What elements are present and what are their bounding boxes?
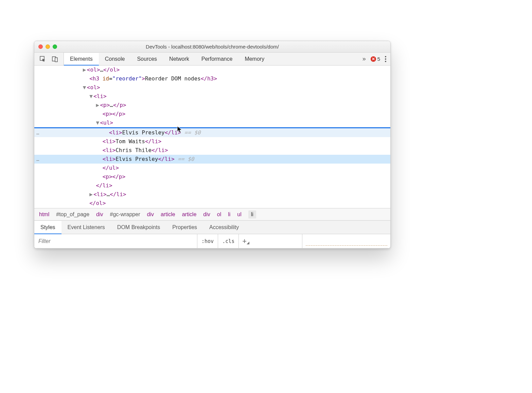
dom-node[interactable]: ▶<li>…</li> xyxy=(34,190,390,199)
tab-memory[interactable]: Memory xyxy=(238,53,270,65)
dom-node[interactable]: … <li>Elvis Presley</li> == $0 xyxy=(34,155,390,164)
dom-node[interactable]: <li>Chris Thile</li> xyxy=(34,146,390,155)
expand-arrow-icon[interactable]: ▶ xyxy=(89,190,93,199)
breadcrumb-item[interactable]: ol xyxy=(217,211,221,218)
dom-node[interactable]: <p></p> xyxy=(34,110,390,118)
window-controls xyxy=(38,44,57,49)
titlebar: DevTools - localhost:8080/web/tools/chro… xyxy=(34,41,390,53)
inspect-element-icon[interactable] xyxy=(39,55,47,63)
breadcrumb-item[interactable]: #top_of_page xyxy=(56,211,89,218)
sidebar-tabs: Styles Event Listeners DOM Breakpoints P… xyxy=(34,221,390,234)
tab-performance[interactable]: Performance xyxy=(195,53,239,65)
subtab-styles[interactable]: Styles xyxy=(34,221,61,234)
breadcrumb-item[interactable]: div xyxy=(147,211,154,218)
subtab-accessibility[interactable]: Accessibility xyxy=(203,221,245,234)
breadcrumb-item[interactable]: li xyxy=(228,211,230,218)
dom-node[interactable]: … <li>Elvis Presley</li> == $0 xyxy=(34,128,390,137)
box-model-preview xyxy=(302,234,390,248)
expand-arrow-icon[interactable]: ▶ xyxy=(83,66,87,74)
hov-toggle[interactable]: :hov xyxy=(197,234,218,248)
toolbar-right: » ✕ 5 xyxy=(358,53,390,65)
ellipsis-gutter-icon: … xyxy=(36,155,40,164)
tab-elements[interactable]: Elements xyxy=(64,53,99,66)
new-style-rule-button[interactable]: + xyxy=(239,237,250,246)
breadcrumb-item[interactable]: div xyxy=(203,211,210,218)
tab-network[interactable]: Network xyxy=(163,53,195,65)
tab-sources[interactable]: Sources xyxy=(131,53,163,65)
expand-arrow-icon[interactable]: ▶ xyxy=(96,101,100,110)
dom-node[interactable]: ▼<ol> xyxy=(34,83,390,92)
breadcrumb-item[interactable]: ul xyxy=(237,211,241,218)
panel-tabs: Elements Console Sources Network Perform… xyxy=(64,53,270,65)
error-count: 5 xyxy=(377,56,380,62)
dom-node[interactable]: </ol> xyxy=(34,199,390,208)
styles-panel: Styles Event Listeners DOM Breakpoints P… xyxy=(34,220,390,248)
breadcrumb-item[interactable]: #gc-wrapper xyxy=(110,211,140,218)
dom-node[interactable]: ▼<ul> xyxy=(34,118,390,127)
expand-arrow-icon[interactable]: ▼ xyxy=(83,83,87,92)
dom-node[interactable]: <li>Tom Waits</li> xyxy=(34,137,390,146)
subtab-dom-breakpoints[interactable]: DOM Breakpoints xyxy=(111,221,166,234)
box-model-margin-edge xyxy=(306,245,387,247)
subtab-properties[interactable]: Properties xyxy=(166,221,203,234)
more-tabs-icon[interactable]: » xyxy=(362,55,366,62)
minimize-window-button[interactable] xyxy=(46,44,50,49)
breadcrumb-item[interactable]: html xyxy=(39,211,49,218)
breadcrumb-item[interactable]: div xyxy=(96,211,103,218)
breadcrumb-item[interactable]: li xyxy=(248,210,256,219)
close-window-button[interactable] xyxy=(38,44,43,49)
dom-node[interactable]: </ul> xyxy=(34,164,390,172)
style-toggles: :hov .cls + xyxy=(197,234,250,248)
svg-rect-2 xyxy=(55,58,57,62)
ellipsis-gutter-icon: … xyxy=(36,128,40,137)
device-toolbar-icon[interactable] xyxy=(51,55,59,63)
devtools-window: DevTools - localhost:8080/web/tools/chro… xyxy=(34,41,391,249)
dom-node[interactable]: ▶<ol>…</ol> xyxy=(34,66,390,74)
cls-toggle[interactable]: .cls xyxy=(218,234,239,248)
dom-node[interactable]: ▼<li> xyxy=(34,92,390,101)
settings-menu-icon[interactable] xyxy=(385,56,386,62)
main-toolbar: Elements Console Sources Network Perform… xyxy=(34,53,390,66)
breadcrumb-item[interactable]: article xyxy=(182,211,197,218)
expand-arrow-icon[interactable]: ▼ xyxy=(96,118,100,127)
breadcrumb-item[interactable]: article xyxy=(161,211,175,218)
window-title: DevTools - localhost:8080/web/tools/chro… xyxy=(34,44,390,50)
expand-arrow-icon[interactable]: ▼ xyxy=(89,92,93,101)
error-icon: ✕ xyxy=(371,56,376,62)
dom-node[interactable]: <p></p> xyxy=(34,172,390,181)
dom-node[interactable]: <h3 id="reorder">Reorder DOM nodes</h3> xyxy=(34,74,390,83)
error-badge[interactable]: ✕ 5 xyxy=(371,56,380,62)
subtab-event-listeners[interactable]: Event Listeners xyxy=(61,221,111,234)
styles-filter-bar: :hov .cls + xyxy=(34,234,390,248)
dom-node[interactable]: ▶<p>…</p> xyxy=(34,101,390,110)
tab-console[interactable]: Console xyxy=(99,53,131,65)
styles-filter-input[interactable] xyxy=(34,234,197,248)
toolbar-left xyxy=(34,53,64,65)
dom-tree[interactable]: ▶<ol>…</ol> <h3 id="reorder">Reorder DOM… xyxy=(34,66,390,208)
dom-node[interactable]: </li> xyxy=(34,181,390,190)
zoom-window-button[interactable] xyxy=(53,44,57,49)
breadcrumb: html#top_of_pagediv#gc-wrapperdivarticle… xyxy=(34,208,390,220)
